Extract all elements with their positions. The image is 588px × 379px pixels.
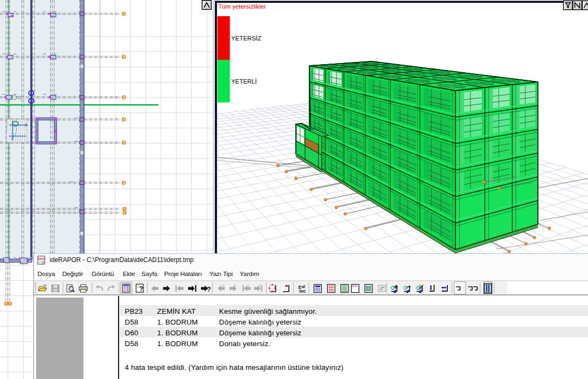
- svg-text:DOC: DOC: [38, 257, 46, 260]
- svg-text:2: 2: [303, 285, 306, 288]
- svg-text:YETERLİ: YETERLİ: [231, 78, 257, 85]
- svg-text:mc: mc: [299, 288, 306, 294]
- svg-text:?: ?: [139, 285, 143, 293]
- svg-text:Tüm yetersizlikler: Tüm yetersizlikler: [218, 3, 266, 10]
- svg-text:YETERSİZ: YETERSİZ: [231, 35, 261, 42]
- svg-text:?: ?: [207, 286, 211, 293]
